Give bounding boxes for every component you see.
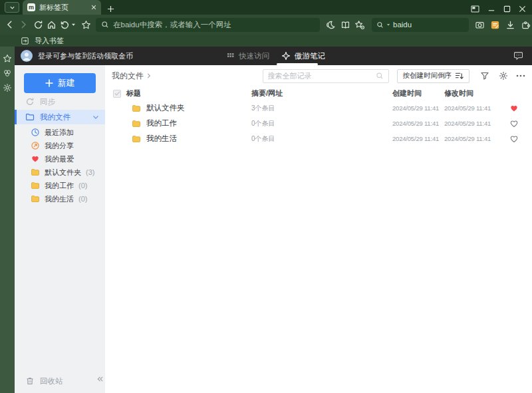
sidebar-item[interactable]: 我的生活(0) xyxy=(15,192,105,205)
chevron-down-icon[interactable] xyxy=(92,115,99,120)
view-settings-button[interactable] xyxy=(499,71,508,80)
row-title: 我的工作 xyxy=(146,118,177,128)
bookmark-bar: 导入书签 xyxy=(0,35,532,47)
sidebar-item[interactable]: 最近添加 xyxy=(15,126,105,139)
sidebar-items: 最近添加我的分享我的最爱默认文件夹(3)我的工作(0)我的生活(0) xyxy=(15,126,105,205)
sidebar-item[interactable]: 我的分享 xyxy=(15,139,105,152)
select-all-checkbox[interactable] xyxy=(113,90,121,98)
side-strip xyxy=(0,47,15,393)
quick-search-input[interactable] xyxy=(393,21,464,29)
home-button[interactable] xyxy=(45,18,57,31)
row-summary: 3个条目 xyxy=(251,104,392,113)
refresh-button[interactable] xyxy=(32,18,44,31)
undo-dropdown-button[interactable] xyxy=(70,18,76,31)
sidebar-item[interactable]: 我的工作(0) xyxy=(15,179,105,192)
maxnote-button[interactable] xyxy=(489,18,501,31)
feedback-button[interactable] xyxy=(513,51,523,61)
notes-panel-button[interactable] xyxy=(1,66,13,79)
favorite-icon-outline[interactable] xyxy=(509,134,519,144)
breadcrumb[interactable]: 我的文件 xyxy=(112,70,151,82)
favorite-icon-outline[interactable] xyxy=(509,119,519,128)
chevron-down-icon[interactable] xyxy=(386,23,390,27)
tab-close-button[interactable] xyxy=(91,5,96,10)
screenshot-button[interactable] xyxy=(473,18,485,31)
sidebar-item-my-files[interactable]: 我的文件 xyxy=(15,110,105,124)
sync-label: 同步 xyxy=(40,97,55,107)
download-icon xyxy=(505,20,515,30)
bookmark-manager-button[interactable] xyxy=(354,18,366,31)
new-tab-button[interactable] xyxy=(107,5,114,13)
column-header-created[interactable]: 创建时间 xyxy=(392,88,444,98)
downloads-button[interactable] xyxy=(504,18,516,31)
browser-tab-newtab[interactable]: m 新标签页 xyxy=(23,0,101,15)
row-modified-time: 2024/05/29 11:41 xyxy=(444,104,503,112)
notes-sidebar: 新建 同步 我的文件 最近添加我的分享我的最爱默认文件夹(3)我的工作(0)我的… xyxy=(15,65,105,393)
column-header-summary[interactable]: 摘要/网址 xyxy=(251,88,392,98)
maximize-button[interactable] xyxy=(503,5,511,13)
tab-quick-access[interactable]: 快速访问 xyxy=(226,47,269,65)
login-text: 登录可参与签到活动领取金币 xyxy=(38,51,133,61)
item-count: (0) xyxy=(78,182,87,190)
tab-maxnote[interactable]: 傲游笔记 xyxy=(281,47,325,65)
address-input[interactable] xyxy=(113,21,315,29)
undo-icon xyxy=(60,20,70,30)
tab-label: 傲游笔记 xyxy=(295,51,325,61)
camera-icon xyxy=(475,20,485,30)
row-created-time: 2024/05/29 11:41 xyxy=(392,120,444,127)
favorites-panel-button[interactable] xyxy=(1,52,13,65)
my-files-label: 我的文件 xyxy=(40,112,70,122)
tab-list-dropdown-button[interactable] xyxy=(5,2,19,13)
undo-button[interactable] xyxy=(59,18,70,31)
star-icon xyxy=(81,20,91,30)
search-icon xyxy=(101,21,109,29)
import-bookmarks-button[interactable]: 导入书签 xyxy=(35,36,64,46)
login-banner[interactable]: 登录可参与签到活动领取金币 xyxy=(21,50,133,62)
table-row[interactable]: 我的生活0个条目2024/05/29 11:412024/05/29 11:41 xyxy=(113,131,525,146)
notes-table: 标题 摘要/网址 创建时间 修改时间 默认文件夹3个条目2024/05/29 1… xyxy=(113,86,525,146)
compass-star-icon xyxy=(281,51,291,61)
favorite-page-button[interactable] xyxy=(80,18,92,31)
ellipsis-icon xyxy=(516,74,525,77)
column-header-title[interactable]: 标题 xyxy=(126,88,251,98)
favorite-icon-filled[interactable] xyxy=(509,104,519,113)
folder-icon xyxy=(31,181,40,190)
trash-icon xyxy=(25,376,35,386)
avatar xyxy=(21,50,33,62)
browser-toolbar xyxy=(0,15,532,35)
table-row[interactable]: 我的工作0个条目2024/05/29 11:412024/05/29 11:41 xyxy=(113,116,525,131)
recycle-bin-label: 回收站 xyxy=(40,376,63,386)
new-note-button[interactable]: 新建 xyxy=(24,73,96,93)
sort-order-button[interactable]: 按创建时间倒序 xyxy=(397,69,470,83)
browser-tab-bar: m 新标签页 xyxy=(0,0,532,15)
table-row[interactable]: 默认文件夹3个条目2024/05/29 11:412024/05/29 11:4… xyxy=(113,100,525,116)
folder-icon xyxy=(132,134,141,144)
sync-button[interactable]: 同步 xyxy=(25,95,55,108)
address-bar[interactable] xyxy=(96,18,320,32)
forward-button[interactable] xyxy=(17,18,29,31)
sidebar-item[interactable]: 默认文件夹(3) xyxy=(15,166,105,179)
close-window-button[interactable] xyxy=(519,5,526,13)
quick-search-box[interactable] xyxy=(372,18,469,32)
chevron-right-icon xyxy=(147,73,151,78)
collapse-sidebar-button[interactable] xyxy=(96,376,104,382)
settings-panel-button[interactable] xyxy=(1,81,13,94)
minimize-button[interactable] xyxy=(487,5,495,13)
notes-search-input[interactable] xyxy=(268,72,372,80)
sidebar-item[interactable]: 我的最爱 xyxy=(15,152,105,166)
chevron-down-icon xyxy=(9,5,15,11)
more-actions-button[interactable] xyxy=(516,74,525,77)
clock-icon xyxy=(31,128,40,137)
sidebar-item-recycle-bin[interactable]: 回收站 xyxy=(25,374,63,388)
multi-window-button[interactable] xyxy=(471,5,479,13)
column-header-modified[interactable]: 修改时间 xyxy=(444,88,503,98)
back-button[interactable] xyxy=(4,18,16,31)
notes-search-field[interactable] xyxy=(263,69,389,83)
row-modified-time: 2024/05/29 11:41 xyxy=(444,120,503,127)
reading-mode-button[interactable] xyxy=(339,18,351,31)
row-summary: 0个条目 xyxy=(251,119,392,128)
tab-label: 快速访问 xyxy=(239,51,269,61)
night-mode-button[interactable] xyxy=(325,18,336,31)
chevron-down-icon xyxy=(71,23,76,27)
extensions-button[interactable] xyxy=(519,18,531,31)
filter-button[interactable] xyxy=(480,71,489,80)
